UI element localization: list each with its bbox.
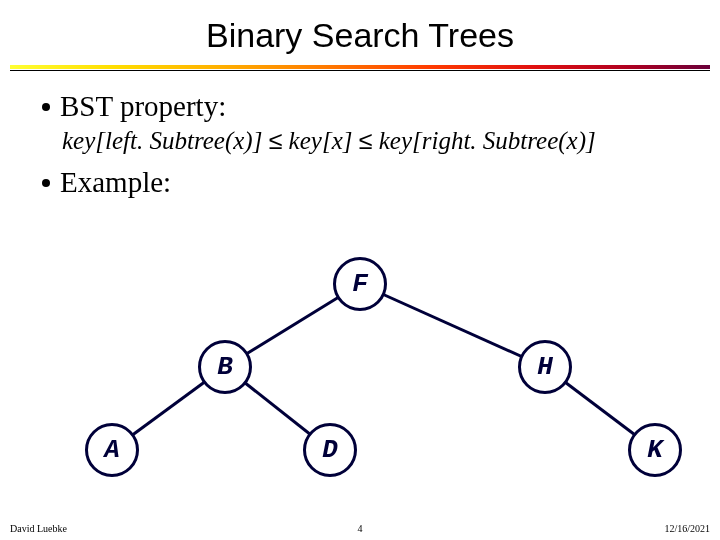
footer-page: 4 — [358, 523, 363, 534]
bullet-dot-icon — [42, 179, 50, 187]
svg-line-1 — [360, 284, 545, 367]
page-title: Binary Search Trees — [0, 0, 720, 65]
le-icon: ≤ — [269, 126, 283, 154]
le-icon: ≤ — [359, 126, 373, 154]
title-rule — [10, 65, 710, 71]
prop-left: key[left. Subtree(x)] — [62, 127, 262, 154]
content-area: BST property: key[left. Subtree(x)] ≤ ke… — [0, 81, 720, 200]
footer-author: David Luebke — [10, 523, 67, 534]
bullet-1: BST property: — [42, 89, 690, 124]
bullet-dot-icon — [42, 103, 50, 111]
tree-diagram: F B H A D K — [0, 252, 720, 512]
tree-node-H: H — [518, 340, 572, 394]
tree-node-B: B — [198, 340, 252, 394]
tree-node-D: D — [303, 423, 357, 477]
tree-node-F: F — [333, 257, 387, 311]
rule-gradient — [10, 65, 710, 69]
bullet-1-text: BST property: — [60, 89, 226, 124]
footer-date: 12/16/2021 — [664, 523, 710, 534]
footer: David Luebke 4 12/16/2021 — [0, 523, 720, 534]
bullet-2: Example: — [42, 165, 690, 200]
bullet-2-text: Example: — [60, 165, 171, 200]
tree-node-K: K — [628, 423, 682, 477]
prop-mid: key[x] — [289, 127, 353, 154]
rule-line — [10, 70, 710, 71]
prop-right: key[right. Subtree(x)] — [379, 127, 596, 154]
bst-property-line: key[left. Subtree(x)] ≤ key[x] ≤ key[rig… — [62, 126, 690, 155]
tree-node-A: A — [85, 423, 139, 477]
